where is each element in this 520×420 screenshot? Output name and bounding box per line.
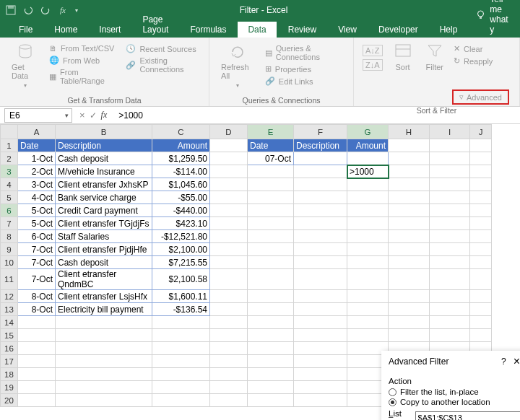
row-header[interactable]: 20 xyxy=(1,394,18,407)
cell[interactable] xyxy=(152,381,210,394)
cell[interactable] xyxy=(294,303,347,316)
row-header[interactable]: 12 xyxy=(1,290,18,303)
cell[interactable] xyxy=(248,316,294,329)
cell[interactable] xyxy=(430,316,470,329)
list-range-input[interactable] xyxy=(415,411,520,420)
sort-button[interactable]: Sort xyxy=(389,40,417,74)
cell[interactable] xyxy=(389,230,430,243)
cell[interactable]: 7-Oct xyxy=(18,243,56,256)
cell[interactable]: Date xyxy=(248,139,294,152)
cell[interactable]: Credit Card payment xyxy=(56,204,152,217)
cell[interactable] xyxy=(210,191,248,204)
tab-review[interactable]: Review xyxy=(278,22,326,38)
cell[interactable]: Client etransfer LsjsHfx xyxy=(56,290,152,303)
cell[interactable]: 6-Oct xyxy=(18,230,56,243)
row-header[interactable]: 9 xyxy=(1,243,18,256)
cell[interactable] xyxy=(210,256,248,269)
cell[interactable]: Client etransfer QndmBC xyxy=(56,269,152,290)
cell[interactable] xyxy=(430,217,470,230)
cell[interactable] xyxy=(248,178,294,191)
cell[interactable] xyxy=(18,329,56,342)
cell[interactable] xyxy=(18,316,56,329)
cell[interactable] xyxy=(294,355,347,368)
cell[interactable] xyxy=(347,217,389,230)
row-header[interactable]: 3 xyxy=(1,165,18,178)
from-web[interactable]: 🌐From Web xyxy=(48,55,116,66)
column-header[interactable]: A xyxy=(18,125,56,139)
cell[interactable] xyxy=(210,342,248,355)
cell[interactable]: 5-Oct xyxy=(18,217,56,230)
name-box[interactable]: E6 ▾ xyxy=(4,108,72,123)
refresh-all-button[interactable]: Refresh All ▾ xyxy=(215,40,261,92)
cell[interactable] xyxy=(389,178,430,191)
cell[interactable] xyxy=(294,165,347,178)
cell[interactable] xyxy=(294,152,347,165)
tab-insert[interactable]: Insert xyxy=(89,22,131,38)
column-header[interactable]: F xyxy=(294,125,347,139)
cell[interactable] xyxy=(430,269,470,290)
clear-filter[interactable]: ✕Clear xyxy=(452,43,509,54)
cell[interactable]: -$55.00 xyxy=(152,191,210,204)
tab-formulas[interactable]: Formulas xyxy=(180,22,236,38)
cell[interactable]: $1,600.11 xyxy=(152,290,210,303)
cell[interactable] xyxy=(294,342,347,355)
cell[interactable] xyxy=(389,316,430,329)
cell[interactable] xyxy=(210,204,248,217)
cell[interactable] xyxy=(248,243,294,256)
cell[interactable] xyxy=(210,230,248,243)
cell[interactable] xyxy=(470,178,492,191)
help-button[interactable]: ? xyxy=(494,356,514,367)
cell[interactable] xyxy=(470,152,492,165)
redo-icon[interactable] xyxy=(40,5,51,15)
cell[interactable] xyxy=(210,381,248,394)
cell[interactable] xyxy=(430,329,470,342)
cell[interactable] xyxy=(347,152,389,165)
cell[interactable]: Cash deposit xyxy=(56,152,152,165)
cell[interactable] xyxy=(152,329,210,342)
row-header[interactable]: 2 xyxy=(1,152,18,165)
column-header[interactable]: D xyxy=(210,125,248,139)
cell[interactable] xyxy=(152,394,210,407)
cell[interactable] xyxy=(152,368,210,381)
cell[interactable]: 8-Oct xyxy=(18,290,56,303)
row-header[interactable]: 14 xyxy=(1,316,18,329)
cell[interactable] xyxy=(248,269,294,290)
cell[interactable]: $1,259.50 xyxy=(152,152,210,165)
tell-me-search[interactable]: Tell me what y xyxy=(469,0,520,38)
cell[interactable] xyxy=(294,368,347,381)
cell[interactable]: 4-Oct xyxy=(18,191,56,204)
row-header[interactable]: 18 xyxy=(1,368,18,381)
row-header[interactable]: 17 xyxy=(1,355,18,368)
tab-page-layout[interactable]: Page Layout xyxy=(132,12,178,38)
cell[interactable] xyxy=(347,290,389,303)
tab-home[interactable]: Home xyxy=(44,22,87,38)
cell[interactable]: $2,100.00 xyxy=(152,243,210,256)
cell[interactable] xyxy=(389,290,430,303)
cell[interactable]: Cash deposit xyxy=(56,256,152,269)
cell[interactable] xyxy=(248,191,294,204)
cell[interactable] xyxy=(210,139,248,152)
cell[interactable] xyxy=(389,217,430,230)
cell[interactable] xyxy=(294,243,347,256)
cell[interactable] xyxy=(430,191,470,204)
cell[interactable]: Amount xyxy=(347,139,389,152)
cell[interactable]: Date xyxy=(18,139,56,152)
filter-button[interactable]: Filter xyxy=(420,40,449,74)
cell[interactable] xyxy=(430,178,470,191)
cell[interactable] xyxy=(294,381,347,394)
cell[interactable] xyxy=(248,381,294,394)
cell[interactable] xyxy=(430,230,470,243)
cell[interactable]: -$12,521.80 xyxy=(152,230,210,243)
fx-icon[interactable]: fx xyxy=(101,110,108,121)
cell[interactable] xyxy=(56,368,152,381)
cell[interactable] xyxy=(430,165,470,178)
cell[interactable] xyxy=(294,269,347,290)
cell[interactable] xyxy=(470,204,492,217)
cell[interactable]: Description xyxy=(56,139,152,152)
cell[interactable] xyxy=(248,368,294,381)
cell[interactable] xyxy=(18,355,56,368)
fx-icon[interactable]: fx xyxy=(58,5,68,15)
cell[interactable]: Bank service charge xyxy=(56,191,152,204)
cell[interactable]: Client etransfer TGjdjFs xyxy=(56,217,152,230)
cell[interactable] xyxy=(210,243,248,256)
